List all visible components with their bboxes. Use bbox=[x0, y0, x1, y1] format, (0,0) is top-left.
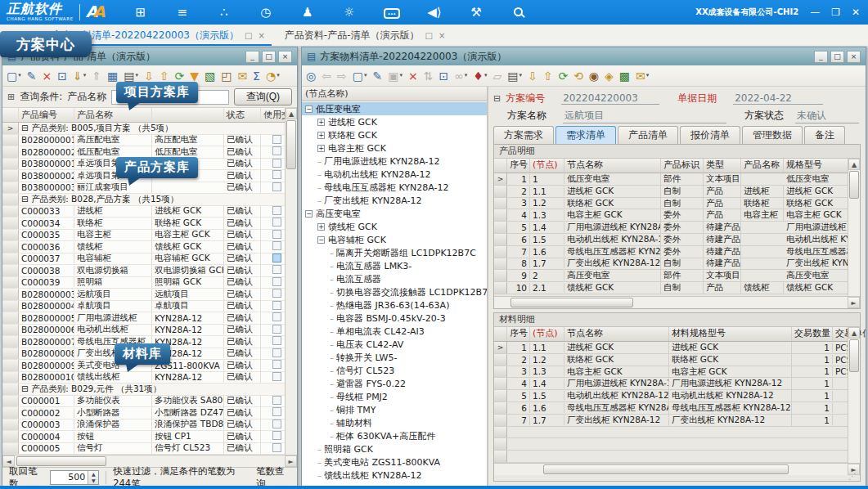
tree-node[interactable]: +电容主柜 GCK bbox=[302, 141, 487, 155]
tree-node[interactable]: –电流互感器 LMK3- bbox=[302, 259, 487, 272]
left-grid-vscrollbar[interactable]: ▲ bbox=[285, 108, 297, 455]
new-icon[interactable]: ▢▾ bbox=[7, 70, 21, 82]
column-header[interactable]: (节点) bbox=[530, 159, 564, 173]
checkbox[interactable] bbox=[272, 277, 281, 286]
speaker-icon[interactable]: ◀⟩ bbox=[427, 7, 442, 19]
tree-node[interactable]: +馈线柜 GCK bbox=[302, 220, 487, 233]
product-grid-vscrollbar[interactable]: ▲ bbox=[848, 159, 860, 296]
scroll-right-icon[interactable]: ► bbox=[848, 297, 860, 308]
minimize-button[interactable]: _ bbox=[245, 51, 259, 63]
table-row[interactable] bbox=[494, 427, 860, 439]
excel-icon[interactable]: ▧ bbox=[205, 70, 215, 82]
tree-node[interactable]: –铜排 TMY bbox=[302, 403, 487, 416]
column-header[interactable]: 序号 bbox=[507, 327, 530, 341]
delete-icon[interactable]: × bbox=[408, 70, 418, 82]
table-row[interactable]: B028000003远航项目远航项目已确认 bbox=[2, 289, 297, 301]
link-icon[interactable]: ∞▾ bbox=[454, 70, 467, 82]
tree-node[interactable]: –电压表 CL42-AV bbox=[302, 338, 487, 351]
expand-icon[interactable]: + bbox=[317, 132, 325, 139]
checkbox[interactable] bbox=[272, 443, 281, 452]
row-selector[interactable]: > bbox=[494, 173, 507, 185]
row-selector[interactable] bbox=[2, 159, 19, 170]
mail-icon[interactable]: ✉ bbox=[237, 70, 247, 82]
column-header[interactable]: 节点名称 bbox=[564, 327, 669, 341]
column-header[interactable] bbox=[152, 108, 224, 122]
tools-icon[interactable]: ⚒ bbox=[469, 7, 483, 19]
row-selector[interactable] bbox=[2, 265, 19, 276]
row-selector[interactable] bbox=[2, 312, 19, 324]
send-up-icon[interactable]: ⇧ bbox=[160, 70, 169, 82]
tree-node[interactable]: –隔离开关熔断器组 LC1DPK12B7C bbox=[302, 246, 487, 259]
column-header[interactable]: 材料规格型号 bbox=[669, 327, 792, 341]
checkbox[interactable] bbox=[272, 336, 281, 345]
checkbox[interactable] bbox=[272, 407, 281, 416]
row-selector[interactable] bbox=[2, 301, 19, 312]
tab-报价清单[interactable]: 报价清单 bbox=[680, 126, 740, 144]
material-grid-hscrollbar[interactable]: ► bbox=[494, 463, 860, 475]
tree-node[interactable]: –美式变电站 ZGS11-800KVA bbox=[302, 455, 487, 469]
table-row[interactable]: B028000001高压配电室高压配电室已确认 bbox=[2, 135, 297, 147]
tree-node[interactable]: +进线柜 GCK bbox=[302, 115, 487, 128]
scrollbar-thumb[interactable] bbox=[849, 171, 859, 199]
row-selector[interactable] bbox=[2, 443, 19, 455]
clock-icon[interactable]: ◷ bbox=[259, 7, 273, 19]
row-selector[interactable] bbox=[2, 253, 19, 265]
plan-status-value[interactable]: 未确认 bbox=[795, 109, 859, 123]
sum-icon[interactable]: Σ bbox=[253, 70, 260, 82]
list-icon[interactable]: ≡ bbox=[175, 7, 190, 19]
checkbox[interactable] bbox=[272, 218, 281, 227]
row-selector[interactable] bbox=[2, 241, 19, 253]
send-down-icon[interactable]: ⇩ bbox=[528, 70, 537, 82]
tab-备注[interactable]: 备注 bbox=[804, 126, 845, 144]
scrollbar-thumb[interactable] bbox=[849, 339, 859, 372]
scrollbar-thumb[interactable] bbox=[510, 298, 633, 307]
table-row[interactable]: 21.1进线柜 GCK自制产品进线柜进线柜 GCK bbox=[494, 186, 860, 198]
checkbox[interactable] bbox=[272, 182, 281, 191]
expand-icon[interactable]: + bbox=[317, 119, 325, 126]
tree-node[interactable]: –电动机出线柜 KYN28A-12 bbox=[302, 168, 487, 181]
row-selector[interactable] bbox=[2, 206, 19, 218]
checkbox[interactable] bbox=[272, 301, 281, 310]
org-chart-icon[interactable]: ∴ bbox=[217, 7, 232, 19]
exit-icon[interactable]: ◰ bbox=[221, 70, 232, 82]
group-row[interactable]: ⊟ 产品类别: B029,元件 （共31项） bbox=[2, 384, 297, 396]
table-row[interactable]: 41.3电容主柜 GCK委外产品电容主柜电容主柜 GCK bbox=[494, 209, 860, 222]
table-row[interactable]: 41.4厂用电源进线柜 KYN28A-12厂用电源进线柜 KYN28A-121 bbox=[494, 378, 860, 390]
back-icon[interactable]: ⇦ bbox=[322, 70, 331, 82]
mail-icon[interactable]: ✉▾ bbox=[636, 70, 649, 82]
tree-node[interactable]: –照明箱 GCK bbox=[302, 442, 487, 455]
attach-icon[interactable]: ⇑ bbox=[92, 70, 101, 82]
scroll-up-icon[interactable]: ▲ bbox=[848, 159, 860, 170]
doc-icon[interactable]: ▱ bbox=[492, 70, 501, 82]
row-selector[interactable] bbox=[2, 431, 19, 442]
table-row[interactable]: C000037电容辅柜电容辅柜 GCK已确认 bbox=[2, 253, 297, 266]
column-header[interactable]: 产品标识 bbox=[661, 159, 704, 173]
document-tab[interactable]: 产品资料-产品-清单（演示版）□× bbox=[275, 25, 456, 46]
close-button[interactable]: × bbox=[847, 51, 861, 63]
idea-icon[interactable]: ☼ bbox=[342, 7, 357, 19]
column-header[interactable]: 类型 bbox=[704, 159, 741, 173]
column-header[interactable]: 状态 bbox=[224, 108, 261, 122]
disk-icon[interactable]: ◈ bbox=[605, 70, 614, 82]
plan-name-value[interactable]: 远航项目 bbox=[563, 109, 726, 123]
row-selector[interactable] bbox=[494, 209, 507, 221]
checkbox[interactable] bbox=[272, 146, 281, 155]
table-row[interactable]: 102.1馈线柜 GCK自制产品馈线柜馈线柜 GCK bbox=[494, 282, 860, 294]
table-row[interactable]: B028000010馈线出线柜KYN28A-12已确认 bbox=[2, 372, 297, 384]
minimize-button[interactable]: _ bbox=[814, 51, 828, 63]
maximize-button[interactable]: ❒ bbox=[831, 7, 840, 17]
row-selector[interactable] bbox=[494, 415, 507, 426]
row-selector[interactable] bbox=[2, 194, 19, 205]
tree-node[interactable]: –厂变出线柜 KYN28A-12 bbox=[302, 194, 487, 207]
doc-date-value[interactable]: 2022-04-22 bbox=[733, 92, 823, 105]
table-row[interactable]: B028000004卓航项目卓航项目已确认 bbox=[2, 301, 297, 313]
tree-node[interactable]: −高压变电室 bbox=[302, 207, 487, 220]
row-selector[interactable] bbox=[2, 407, 19, 419]
new-icon[interactable]: ▢▾ bbox=[353, 70, 367, 82]
table-row[interactable]: 71.6母线电压互感器柜 KYN28A-12委外待建产品母线电压互感器柜 K bbox=[494, 246, 860, 258]
print-icon[interactable]: ▤▾ bbox=[507, 70, 522, 82]
row-selector[interactable] bbox=[494, 270, 507, 281]
row-selector[interactable]: > bbox=[2, 123, 19, 134]
fetch-count-stepper[interactable]: 500 ▲▼ bbox=[50, 470, 99, 485]
scrollbar-thumb[interactable] bbox=[286, 120, 296, 169]
